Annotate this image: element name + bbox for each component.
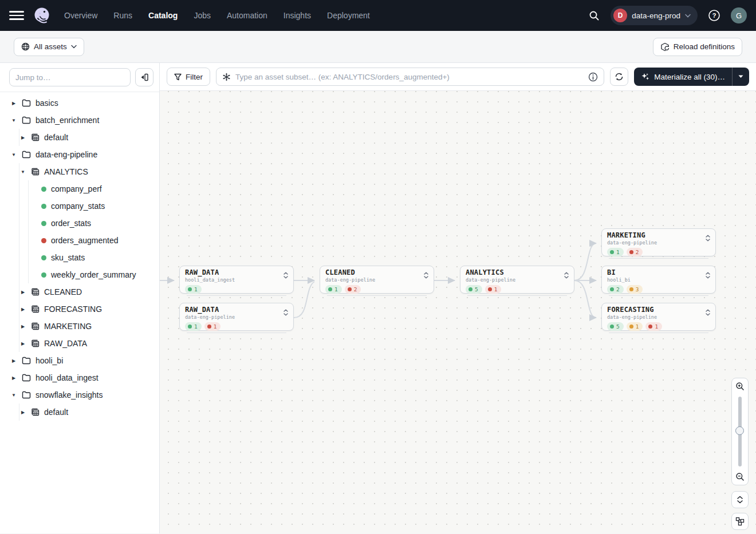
tree-asset-company_stats[interactable]: company_stats [0, 197, 159, 215]
tree-group-default[interactable]: ▶default [0, 129, 159, 146]
node-status-badges: 12 [325, 285, 429, 294]
red-dot-icon [207, 325, 211, 329]
asset-group-node-analytics[interactable]: ANALYTICSdata-eng-pipeline51 [460, 266, 574, 294]
badge-count: 1 [655, 323, 658, 330]
tree-label: MARKETING [44, 322, 92, 331]
node-expand-icon[interactable] [705, 308, 711, 318]
tree-label: hooli_data_ingest [36, 373, 99, 382]
lineage-edge-2 [294, 282, 314, 318]
deployment-switcher[interactable]: D data-eng-prod [611, 6, 698, 25]
asset-subset-field[interactable] [216, 68, 604, 86]
asset-subset-input[interactable] [235, 73, 584, 81]
caret-right-icon[interactable]: ▶ [19, 290, 26, 295]
user-avatar[interactable]: G [731, 7, 747, 23]
tree-folder-data-eng-pipeline[interactable]: ▼data-eng-pipeline [0, 146, 159, 163]
tree-group-FORECASTING[interactable]: ▶FORECASTING [0, 300, 159, 318]
caret-right-icon[interactable]: ▶ [19, 307, 26, 312]
tree-folder-snowflake_insights[interactable]: ▼snowflake_insights [0, 386, 159, 404]
node-expand-icon[interactable] [564, 271, 569, 281]
tree-group-CLEANED[interactable]: ▶CLEANED [0, 283, 159, 300]
node-expand-icon[interactable] [283, 271, 289, 281]
collapse-sidebar-button[interactable] [135, 68, 153, 86]
caret-right-icon[interactable]: ▶ [10, 375, 17, 381]
tree-asset-sku_stats[interactable]: sku_stats [0, 249, 159, 266]
caret-right-icon[interactable]: ▶ [19, 324, 26, 329]
asset-group-node-forecasting[interactable]: FORECASTINGdata-eng-pipeline511 [601, 303, 716, 331]
caret-down-icon[interactable]: ▼ [10, 393, 17, 398]
node-status-badges: 1 [185, 285, 289, 294]
search-icon[interactable] [585, 7, 603, 24]
node-title: CLEANED [325, 269, 429, 276]
caret-right-icon[interactable]: ▶ [19, 135, 26, 140]
tree-folder-hooli_data_ingest[interactable]: ▶hooli_data_ingest [0, 369, 159, 386]
materialize-all-button[interactable]: Materialize all (30)… [634, 68, 749, 86]
caret-down-icon[interactable]: ▼ [10, 152, 17, 157]
filter-button[interactable]: Filter [167, 68, 210, 86]
node-expand-icon[interactable] [423, 271, 429, 281]
caret-down-icon[interactable]: ▼ [10, 118, 17, 123]
tree-folder-hooli_bi[interactable]: ▶hooli_bi [0, 352, 159, 369]
lineage-edge-6 [574, 280, 596, 318]
asset-group-node-raw_data_ingest[interactable]: RAW_DATAhooli_data_ingest1 [179, 266, 294, 294]
nav-item-automation[interactable]: Automation [227, 11, 267, 20]
badge-count: 1 [194, 286, 198, 292]
tree-asset-weekly_order_summary[interactable]: weekly_order_summary [0, 266, 159, 283]
tree-group-ANALYTICS[interactable]: ▼ANALYTICS [0, 163, 159, 180]
nav-item-deployment[interactable]: Deployment [327, 11, 370, 20]
zoom-slider-handle[interactable] [735, 426, 744, 435]
green-dot-icon [188, 325, 192, 329]
help-icon[interactable]: ? [706, 7, 723, 24]
folder-icon [22, 99, 31, 107]
nav-item-overview[interactable]: Overview [64, 11, 97, 20]
tree-folder-batch_enrichment[interactable]: ▼batch_enrichment [0, 112, 159, 129]
rearrange-layout-button[interactable] [731, 513, 749, 530]
caret-right-icon[interactable]: ▶ [10, 101, 17, 106]
tree-group-RAW_DATA[interactable]: ▶RAW_DATA [0, 335, 159, 352]
asset-group-node-raw_data_pipeline[interactable]: RAW_DATAdata-eng-pipeline11 [179, 303, 294, 331]
zoom-in-button[interactable] [732, 378, 748, 394]
reload-definitions-button[interactable]: Reload definitions [653, 38, 742, 56]
lineage-canvas[interactable]: RAW_DATAhooli_data_ingest1RAW_DATAdata-e… [160, 91, 756, 533]
asset-group-node-cleaned[interactable]: CLEANEDdata-eng-pipeline12 [320, 266, 434, 294]
nav-item-jobs[interactable]: Jobs [194, 11, 211, 20]
nav-item-runs[interactable]: Runs [113, 11, 132, 20]
globe-icon [21, 42, 30, 51]
node-expand-icon[interactable] [705, 271, 711, 281]
node-expand-icon[interactable] [705, 234, 711, 244]
caret-right-icon[interactable]: ▶ [10, 358, 17, 363]
caret-down-icon[interactable]: ▼ [19, 169, 26, 175]
nav-item-catalog[interactable]: Catalog [148, 11, 178, 20]
tree-asset-orders_augmented[interactable]: orders_augmented [0, 232, 159, 249]
top-nav: OverviewRunsCatalogJobsAutomationInsight… [0, 0, 756, 31]
nav-item-insights[interactable]: Insights [284, 11, 311, 20]
materialize-options-button[interactable] [732, 68, 749, 86]
deployment-name: data-eng-prod [632, 11, 680, 20]
tree-folder-basics[interactable]: ▶basics [0, 94, 159, 112]
asset-group-icon [31, 408, 40, 416]
zoom-out-button[interactable] [732, 469, 748, 485]
expand-collapse-groups-button[interactable] [731, 491, 749, 508]
hamburger-menu-icon[interactable] [9, 8, 24, 23]
caret-right-icon[interactable]: ▶ [19, 410, 26, 415]
lineage-selection-icon [222, 73, 231, 81]
info-icon[interactable] [588, 72, 598, 82]
tree-group-default[interactable]: ▶default [0, 404, 159, 421]
tree-group-MARKETING[interactable]: ▶MARKETING [0, 318, 159, 335]
jump-to-input[interactable] [9, 68, 131, 86]
folder-icon [22, 374, 31, 382]
asset-group-node-bi[interactable]: BIhooli_bi23 [601, 266, 716, 294]
caret-right-icon[interactable]: ▶ [19, 341, 26, 346]
asset-group-node-marketing[interactable]: MARKETINGdata-eng-pipeline12 [601, 228, 716, 256]
tree-asset-order_stats[interactable]: order_stats [0, 215, 159, 232]
scope-bar: All assets Reload definitions [0, 31, 756, 63]
dagster-logo[interactable] [32, 6, 52, 25]
zoom-slider[interactable] [732, 394, 748, 469]
node-status-badges: 23 [607, 285, 711, 294]
green-count-badge: 1 [607, 248, 624, 256]
tree-asset-company_perf[interactable]: company_perf [0, 180, 159, 197]
materialize-all-main[interactable]: Materialize all (30)… [634, 68, 732, 86]
refresh-button[interactable] [610, 68, 628, 86]
chevron-down-icon [738, 75, 743, 78]
asset-scope-selector[interactable]: All assets [14, 38, 84, 56]
node-expand-icon[interactable] [283, 308, 289, 318]
